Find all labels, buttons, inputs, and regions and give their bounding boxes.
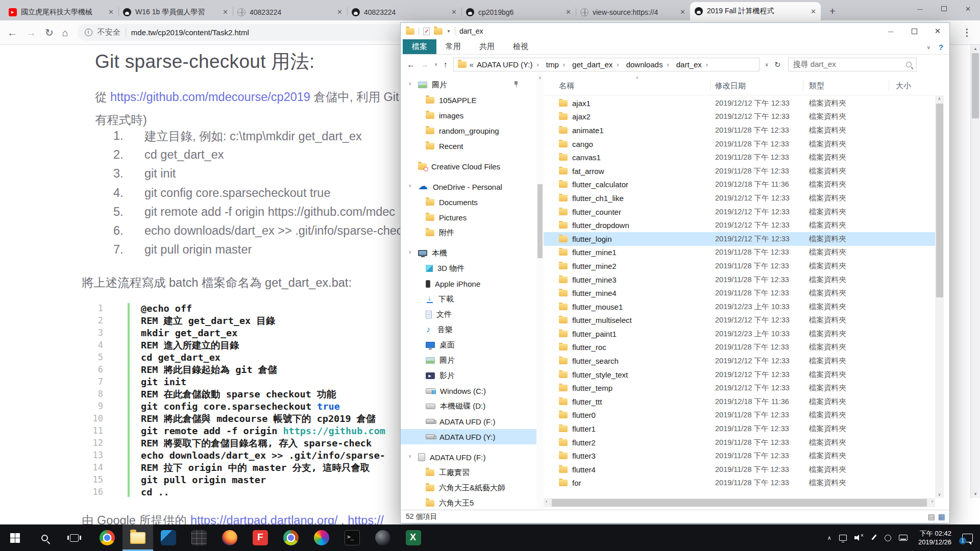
breadcrumb-segment[interactable]: downloads bbox=[626, 60, 673, 69]
column-divider[interactable] bbox=[803, 80, 803, 91]
vscode-icon[interactable] bbox=[153, 524, 184, 551]
tab-close-icon[interactable]: ✕ bbox=[108, 8, 114, 16]
browser-maximize-button[interactable] bbox=[932, 0, 956, 17]
taskbar-search-button[interactable] bbox=[30, 524, 59, 551]
calculator-icon[interactable] bbox=[184, 524, 214, 551]
refresh-icon[interactable]: ↻ bbox=[774, 60, 781, 69]
sidebar-item[interactable]: Windows (C:) bbox=[401, 383, 536, 398]
chrome-icon[interactable] bbox=[92, 524, 122, 551]
breadcrumb-segment[interactable]: get_dart_ex bbox=[572, 60, 623, 69]
breadcrumb-segment[interactable]: dart_ex bbox=[676, 60, 712, 69]
reload-icon[interactable]: ↻ bbox=[45, 28, 54, 38]
browser-menu-icon[interactable] bbox=[962, 27, 972, 38]
sphere-app-icon[interactable] bbox=[368, 524, 398, 551]
flutter_style_text[interactable]: flutter_style_text 2019/12/12 下午 12:33 檔… bbox=[544, 368, 935, 382]
explorer-maximize-button[interactable] bbox=[902, 23, 926, 39]
list-scroll-right-icon[interactable]: › bbox=[932, 498, 933, 504]
flutter_mouse1[interactable]: flutter_mouse1 2019/12/23 上午 10:33 檔案資料夾 bbox=[544, 300, 935, 314]
horizontal-scrollbar-thumb[interactable] bbox=[552, 499, 927, 507]
flutter_paint1[interactable]: flutter_paint1 2019/12/23 上午 10:33 檔案資料夾 bbox=[544, 327, 935, 341]
browser-tab[interactable]: cp2019bg6 ✕ bbox=[461, 4, 576, 20]
cango[interactable]: cango 2019/11/28 下午 12:33 檔案資料夾 bbox=[544, 137, 935, 151]
flutter_ttt[interactable]: flutter_ttt 2019/12/18 下午 11:36 檔案資料夾 bbox=[544, 395, 935, 409]
for[interactable]: for 2019/11/28 下午 12:33 檔案資料夾 bbox=[544, 477, 935, 490]
flutter_multiselect[interactable]: flutter_multiselect 2019/12/12 下午 12:33 … bbox=[544, 314, 935, 328]
sidebar-item[interactable]: 工廠實習 bbox=[401, 465, 536, 480]
site-info-icon[interactable] bbox=[85, 29, 92, 36]
up-directory-icon[interactable]: ↑ bbox=[444, 61, 448, 69]
flutter_mine1[interactable]: flutter_mine1 2019/11/28 下午 12:33 檔案資料夾 bbox=[544, 246, 935, 260]
terminal-icon[interactable] bbox=[337, 524, 368, 551]
sidebar-item[interactable]: 下載 bbox=[401, 291, 536, 307]
browser-tab[interactable]: 2019 Fall 計算機程式 ✕ bbox=[690, 2, 821, 20]
flutter_mine3[interactable]: flutter_mine3 2019/11/28 下午 12:33 檔案資料夾 bbox=[544, 273, 935, 287]
animate1[interactable]: animate1 2019/11/28 下午 12:33 檔案資料夾 bbox=[544, 123, 935, 137]
list-scroll-up-icon[interactable]: ∧ bbox=[935, 96, 944, 101]
sidebar-item[interactable]: 桌面 bbox=[401, 337, 536, 353]
flutter_temp[interactable]: flutter_temp 2019/12/12 下午 12:33 檔案資料夾 bbox=[544, 381, 935, 395]
tab-close-icon[interactable]: ✕ bbox=[451, 8, 457, 16]
scroll-down-icon[interactable]: ▼ bbox=[971, 492, 980, 496]
qat-dropdown-icon[interactable]: ▼ bbox=[447, 29, 451, 34]
tab-close-icon[interactable]: ✕ bbox=[680, 8, 685, 16]
explorer-minimize-button[interactable] bbox=[879, 23, 902, 39]
tab-close-icon[interactable]: ✕ bbox=[337, 8, 342, 16]
back-icon[interactable]: ← bbox=[7, 28, 17, 38]
sidebar-item[interactable]: 本機 bbox=[401, 245, 536, 261]
sidebar-item[interactable]: Creative Cloud Files bbox=[401, 159, 536, 174]
explorer-close-button[interactable] bbox=[926, 23, 949, 39]
taskbar-clock[interactable]: 下午 02:42 2019/12/26 bbox=[918, 529, 951, 546]
sidebar-item[interactable]: ADATA UFD (F:) bbox=[401, 449, 536, 465]
flutter0[interactable]: flutter0 2019/11/28 下午 12:33 檔案資料夾 bbox=[544, 409, 935, 422]
chrome-secondary-icon[interactable] bbox=[276, 524, 306, 551]
properties-quick-icon[interactable] bbox=[423, 28, 430, 35]
flutter_counter[interactable]: flutter_counter 2019/12/12 下午 12:33 檔案資料… bbox=[544, 205, 935, 219]
sidebar-item[interactable]: 本機磁碟 (D:) bbox=[401, 398, 536, 414]
sidebar-scrollbar[interactable]: ∧ bbox=[536, 74, 544, 510]
file-list-horizontal-scrollbar[interactable]: ‹ › bbox=[544, 498, 935, 507]
ribbon-tab[interactable]: 檔案 bbox=[403, 39, 436, 54]
file-list-vertical-scrollbar[interactable]: ∧ ∨ bbox=[935, 95, 944, 498]
page-scrollbar-thumb[interactable] bbox=[972, 53, 979, 118]
tab-close-icon[interactable]: ✕ bbox=[811, 8, 816, 15]
column-header-name[interactable]: 名稱 bbox=[559, 81, 574, 91]
action-center-icon[interactable]: 1 bbox=[962, 534, 973, 542]
file-explorer-icon[interactable] bbox=[122, 524, 153, 551]
sidebar-item[interactable]: 影片 bbox=[401, 368, 536, 383]
column-header-date[interactable]: 修改日期 bbox=[715, 81, 746, 91]
home-icon[interactable]: ⌂ bbox=[62, 28, 68, 38]
browser-tab[interactable]: 40823224 ✕ bbox=[347, 4, 461, 20]
sidebar-item[interactable]: 六角大王5 bbox=[401, 495, 536, 510]
flutter_roc[interactable]: flutter_roc 2019/11/28 下午 12:33 檔案資料夾 bbox=[544, 341, 935, 355]
excel-icon[interactable] bbox=[398, 524, 429, 551]
browser-tab[interactable]: view-source:https://4 ✕ bbox=[576, 4, 690, 20]
flutter_search[interactable]: flutter_search 2019/12/12 下午 12:33 檔案資料夾 bbox=[544, 354, 935, 368]
flutter_login[interactable]: flutter_login 2019/12/12 下午 12:33 檔案資料夾 bbox=[544, 232, 935, 246]
new-folder-quick-icon[interactable] bbox=[434, 28, 443, 35]
firefox-icon[interactable] bbox=[214, 524, 245, 551]
sidebar-scroll-up-icon[interactable]: ∧ bbox=[536, 76, 544, 80]
address-dropdown-icon[interactable]: ∨ bbox=[765, 62, 769, 67]
browser-close-button[interactable] bbox=[956, 0, 980, 17]
flutter_mine2[interactable]: flutter_mine2 2019/11/28 下午 12:33 檔案資料夾 bbox=[544, 259, 935, 273]
recent-locations-icon[interactable]: ∨ bbox=[434, 62, 438, 67]
display-tray-icon[interactable] bbox=[839, 535, 847, 541]
explorer-forward-icon[interactable]: → bbox=[421, 61, 429, 69]
scroll-up-icon[interactable]: ▲ bbox=[971, 46, 980, 51]
sidebar-item[interactable]: 六角大王&紙藝大師 bbox=[401, 480, 536, 495]
media-app-icon[interactable] bbox=[306, 524, 337, 551]
search-icon[interactable] bbox=[906, 62, 912, 67]
breadcrumb-collapse-icon[interactable]: « bbox=[470, 60, 474, 69]
browser-minimize-button[interactable] bbox=[908, 0, 932, 17]
list-scroll-down-icon[interactable]: ∨ bbox=[935, 492, 944, 497]
breadcrumb-segment[interactable]: tmp bbox=[546, 60, 569, 69]
sidebar-item[interactable]: 圖片 bbox=[401, 353, 536, 368]
browser-tab[interactable]: W16 1b 學員個人學習 ✕ bbox=[118, 4, 233, 20]
large-icons-view-icon[interactable]: ▦ bbox=[938, 512, 945, 521]
list-scroll-left-icon[interactable]: ‹ bbox=[546, 498, 547, 504]
sidebar-item[interactable]: ADATA UFD (Y:) bbox=[401, 429, 536, 444]
sidebar-item[interactable]: Documents bbox=[401, 194, 536, 210]
sidebar-item[interactable]: 105APPLE bbox=[401, 92, 536, 108]
sidebar-item[interactable]: ADATA UFD (F:) bbox=[401, 414, 536, 429]
new-tab-button[interactable] bbox=[825, 4, 840, 19]
